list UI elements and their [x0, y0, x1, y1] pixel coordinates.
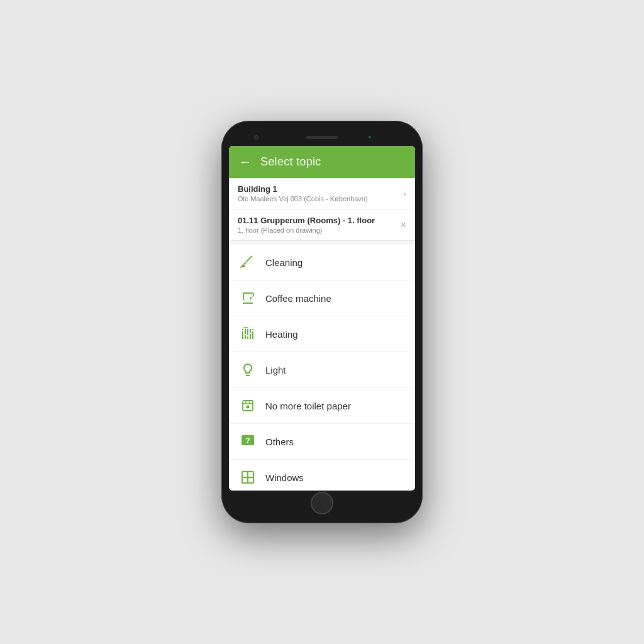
phone-screen: ← Select topic Building 1 Ole Maaløes Ve… — [229, 146, 415, 491]
topic-item-heating[interactable]: Heating — [229, 316, 415, 352]
phone-bottom-bar — [229, 491, 415, 516]
coffee-machine-label: Coffee machine — [265, 293, 331, 304]
topic-list: Cleaning Coffee machine — [229, 245, 415, 491]
topic-item-cleaning[interactable]: Cleaning — [229, 245, 415, 280]
building-title: Building 1 — [238, 184, 368, 194]
light-label: Light — [265, 365, 286, 375]
room-subtitle: 1. floor (Placed on drawing) — [238, 226, 375, 234]
topic-item-light[interactable]: Light — [229, 352, 415, 388]
phone-camera — [254, 135, 258, 140]
building-subtitle: Ole Maaløes Vej 003 (Cobis - København) — [238, 195, 368, 203]
cleaning-label: Cleaning — [265, 257, 303, 268]
phone-frame: ← Select topic Building 1 Ole Maaløes Ve… — [221, 121, 423, 523]
app-header: ← Select topic — [229, 146, 415, 178]
toilet-paper-label: No more toilet paper — [265, 401, 351, 411]
broom-icon — [239, 253, 257, 271]
topic-item-toilet-paper[interactable]: No more toilet paper — [229, 388, 415, 424]
svg-point-2 — [247, 406, 250, 409]
question-icon: ? — [239, 433, 257, 450]
svg-text:?: ? — [245, 436, 250, 445]
topic-item-others[interactable]: ? Others — [229, 424, 415, 460]
page-title: Select topic — [260, 155, 321, 169]
phone-speaker — [306, 136, 338, 139]
phone-home-button — [311, 492, 333, 514]
coffee-icon — [239, 289, 257, 307]
room-title: 01.11 Grupperum (Rooms) - 1. floor — [238, 216, 375, 225]
heating-icon — [239, 325, 257, 343]
building-card[interactable]: Building 1 Ole Maaløes Vej 003 (Cobis - … — [229, 178, 415, 209]
room-card-text: 01.11 Grupperum (Rooms) - 1. floor 1. fl… — [238, 216, 375, 234]
info-cards: Building 1 Ole Maaløes Vej 003 (Cobis - … — [229, 178, 415, 241]
close-icon[interactable]: × — [401, 219, 406, 231]
windows-label: Windows — [265, 472, 304, 483]
back-button[interactable]: ← — [239, 155, 252, 169]
heating-label: Heating — [265, 329, 298, 340]
light-icon — [239, 361, 257, 379]
window-icon — [239, 469, 257, 486]
app-content: Building 1 Ole Maaløes Vej 003 (Cobis - … — [229, 178, 415, 491]
room-card[interactable]: 01.11 Grupperum (Rooms) - 1. floor 1. fl… — [229, 209, 415, 241]
chevron-right-icon: › — [403, 189, 406, 199]
others-label: Others — [265, 436, 294, 447]
phone-top-bar — [229, 128, 415, 146]
toilet-paper-icon — [239, 397, 257, 414]
topic-item-windows[interactable]: Windows — [229, 460, 415, 491]
phone-sensor — [369, 136, 371, 138]
building-card-text: Building 1 Ole Maaløes Vej 003 (Cobis - … — [238, 184, 368, 203]
topic-item-coffee-machine[interactable]: Coffee machine — [229, 280, 415, 316]
